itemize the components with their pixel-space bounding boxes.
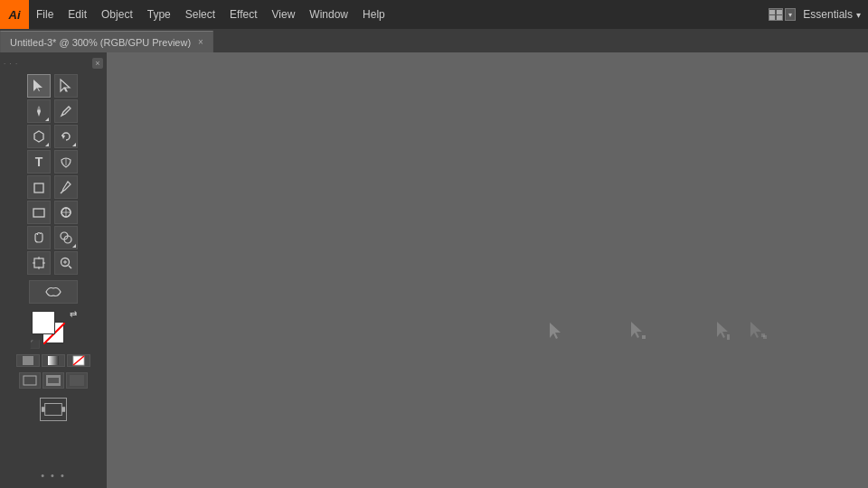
cursor-ghost-1 [548, 322, 564, 344]
menu-edit[interactable]: Edit [61, 0, 94, 29]
svg-rect-46 [761, 333, 765, 337]
ai-logo: Ai [0, 0, 29, 29]
direct-selection-tool[interactable] [54, 74, 78, 98]
svg-line-25 [69, 266, 71, 268]
cursor-ghost-2 [629, 321, 647, 343]
cursor-ghost-4 [749, 321, 769, 343]
solid-color-button[interactable] [16, 354, 40, 367]
rotate-tool[interactable] [54, 125, 78, 148]
svg-rect-42 [642, 335, 646, 339]
svg-marker-7 [34, 131, 43, 142]
menu-type[interactable]: Type [140, 0, 178, 29]
transform-tool-extra[interactable] [29, 280, 78, 304]
svg-rect-3 [777, 15, 782, 20]
panel-close-button[interactable]: × [92, 58, 103, 69]
svg-rect-37 [45, 403, 62, 415]
svg-rect-44 [727, 334, 730, 340]
menu-window[interactable]: Window [302, 0, 355, 29]
screen-mode-row [19, 372, 88, 389]
main-area: · · · × [0, 52, 868, 488]
tab-bar: Untitled-3* @ 300% (RGB/GPU Preview) × [0, 29, 868, 52]
cursor-ghost-3 [715, 321, 733, 343]
gradient-tool[interactable] [54, 201, 78, 224]
menu-help[interactable]: Help [355, 0, 392, 29]
svg-rect-35 [48, 378, 59, 383]
menu-view[interactable]: View [265, 0, 303, 29]
tools-grid: T [24, 70, 83, 278]
svg-rect-1 [777, 10, 782, 14]
shape-builder-tool[interactable] [54, 226, 78, 249]
svg-rect-36 [70, 375, 84, 386]
svg-rect-0 [769, 10, 775, 14]
svg-rect-12 [33, 209, 44, 217]
svg-marker-4 [33, 80, 42, 91]
swap-colors-button[interactable]: ⇄ [70, 309, 77, 319]
default-colors-button[interactable]: ⬛ [30, 340, 40, 349]
tab-title: Untitled-3* @ 300% (RGB/GPU Preview) [10, 37, 191, 48]
artboard-tool[interactable] [27, 251, 51, 275]
zoom-tool[interactable] [54, 251, 78, 275]
normal-screen-button[interactable] [19, 372, 41, 389]
svg-rect-29 [23, 356, 33, 365]
panel-drag-bar[interactable]: · · · × [0, 56, 107, 70]
svg-rect-10 [34, 183, 43, 192]
svg-rect-38 [42, 407, 45, 412]
svg-rect-2 [769, 15, 775, 20]
menu-select[interactable]: Select [178, 0, 222, 29]
color-mode-row [16, 354, 90, 367]
view-icon-dropdown[interactable]: ▾ [785, 8, 796, 21]
color-area: ⇄ ⬛ [13, 304, 94, 394]
svg-marker-8 [61, 135, 65, 139]
menu-object[interactable]: Object [94, 0, 140, 29]
more-tools-area: • • • [0, 470, 107, 481]
svg-point-6 [38, 108, 41, 110]
canvas-area[interactable] [107, 52, 868, 488]
workspace-selector[interactable]: Essentials ▾ [803, 8, 868, 21]
pen-tool[interactable] [27, 99, 51, 123]
more-tools-button[interactable]: • • • [41, 470, 66, 481]
rectangle-tool[interactable] [27, 201, 51, 224]
svg-rect-30 [48, 356, 59, 365]
workspace-dropdown-arrow: ▾ [856, 10, 861, 20]
view-icons: ▾ [761, 8, 803, 21]
svg-line-11 [61, 192, 62, 193]
panel-drag-dots: · · · [4, 60, 18, 68]
eyedropper-tool[interactable] [54, 175, 78, 199]
artboard-resize-icon[interactable] [40, 398, 67, 421]
svg-marker-43 [717, 322, 728, 338]
text-tool[interactable]: T [27, 150, 51, 174]
svg-marker-40 [550, 323, 561, 339]
shape-tool[interactable] [27, 125, 51, 148]
document-tab[interactable]: Untitled-3* @ 300% (RGB/GPU Preview) × [0, 31, 213, 52]
svg-rect-33 [24, 376, 36, 385]
menu-file[interactable]: File [29, 0, 61, 29]
svg-rect-47 [763, 335, 767, 339]
workspace-label: Essentials [803, 8, 853, 21]
svg-rect-19 [34, 258, 43, 267]
selection-tool[interactable] [27, 74, 51, 98]
fill-swatch[interactable] [32, 311, 55, 334]
pencil-tool[interactable] [54, 99, 78, 123]
menu-effect[interactable]: Effect [222, 0, 264, 29]
svg-rect-39 [61, 407, 65, 412]
svg-marker-45 [750, 322, 761, 338]
svg-marker-41 [631, 322, 642, 338]
view-icon-grid[interactable] [769, 8, 783, 21]
full-screen-menu-button[interactable] [42, 372, 64, 389]
full-screen-button[interactable] [66, 372, 88, 389]
free-transform-tool[interactable] [54, 150, 78, 174]
artboard-area [40, 398, 67, 421]
tab-close-button[interactable]: × [198, 37, 203, 47]
toolbar-panel: · · · × [0, 52, 107, 488]
menu-bar: Ai File Edit Object Type Select Effect V… [0, 0, 868, 29]
eraser-tool[interactable] [27, 175, 51, 199]
svg-marker-5 [61, 80, 70, 91]
fill-stroke-area: ⇄ ⬛ [30, 309, 77, 349]
no-color-button[interactable] [67, 354, 90, 367]
hand-tool[interactable] [27, 226, 51, 249]
gradient-color-button[interactable] [42, 354, 65, 367]
